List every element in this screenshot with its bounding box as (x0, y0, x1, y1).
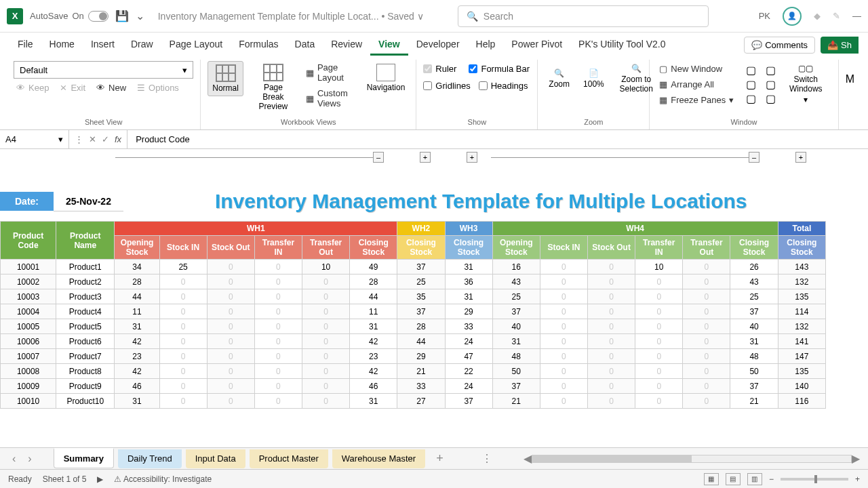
cell[interactable]: 0 (540, 364, 587, 379)
gridlines-checkbox[interactable]: Gridlines (423, 81, 470, 91)
cell[interactable]: 0 (254, 319, 302, 334)
cell[interactable]: 0 (207, 289, 254, 304)
table-row[interactable]: 10008Product842000042212250000050135 (1, 364, 826, 379)
cell[interactable]: Product6 (56, 334, 115, 349)
save-icon[interactable]: 💾 (115, 9, 129, 22)
col-sub[interactable]: Closing Stock (730, 236, 778, 260)
table-row[interactable]: 10009Product946000046332437000037140 (1, 379, 826, 394)
cell[interactable]: 43 (492, 274, 540, 289)
cell[interactable]: 10003 (1, 289, 56, 304)
page-layout-view-icon[interactable]: ▤ (726, 473, 741, 485)
cell[interactable]: 25 (159, 260, 207, 274)
cell[interactable]: 11 (115, 304, 159, 319)
cell[interactable]: 0 (254, 274, 302, 289)
cell[interactable]: 0 (159, 319, 207, 334)
cell[interactable]: 0 (540, 334, 587, 349)
horizontal-scrollbar[interactable]: ◀ ▶ (524, 454, 860, 464)
cell[interactable]: 47 (445, 349, 492, 364)
cell[interactable]: 0 (159, 334, 207, 349)
cell[interactable]: 0 (683, 260, 730, 274)
split-icon[interactable]: ▢ (746, 64, 756, 77)
cell[interactable]: 0 (254, 364, 302, 379)
normal-view-button[interactable]: Normal (208, 61, 243, 96)
cell[interactable]: 0 (159, 349, 207, 364)
comments-button[interactable]: 💬 Comments (744, 37, 815, 54)
table-row[interactable]: 10002Product228000028253643000043132 (1, 274, 826, 289)
custom-views-button[interactable]: ▦ Custom Views (303, 87, 357, 110)
col-sub[interactable]: Opening Stock (115, 236, 159, 260)
diamond-icon[interactable]: ◆ (814, 11, 821, 21)
cell[interactable]: 31 (730, 334, 778, 349)
cell[interactable]: 0 (207, 379, 254, 394)
cell[interactable]: 0 (588, 274, 635, 289)
col-sub[interactable]: Transfer IN (254, 236, 302, 260)
minimize-icon[interactable]: — (852, 11, 861, 21)
cell[interactable]: 25 (730, 289, 778, 304)
ribbon-tab-file[interactable]: File (9, 35, 41, 56)
formula-bar-checkbox[interactable]: Formula Bar (469, 64, 530, 74)
cell[interactable]: Product8 (56, 364, 115, 379)
ribbon-tab-insert[interactable]: Insert (83, 35, 123, 56)
cell[interactable]: 0 (302, 274, 350, 289)
outline-collapse-button[interactable]: – (373, 152, 384, 163)
accessibility-status[interactable]: ⚠ Accessibility: Investigate (114, 474, 212, 484)
cell[interactable]: 31 (445, 260, 492, 274)
ribbon-tab-help[interactable]: Help (468, 35, 504, 56)
cell[interactable]: 25 (492, 289, 540, 304)
cell[interactable]: 10008 (1, 364, 56, 379)
cell[interactable]: 0 (683, 364, 730, 379)
col-group-wh3[interactable]: WH3 (445, 222, 492, 236)
cell[interactable]: 31 (115, 319, 159, 334)
cell[interactable]: 46 (115, 379, 159, 394)
cell[interactable]: 0 (302, 304, 350, 319)
sheet-tab-summary[interactable]: Summary (54, 448, 114, 468)
ribbon-tab-page-layout[interactable]: Page Layout (161, 35, 231, 56)
keep-button[interactable]: 👁 Keep (14, 81, 52, 94)
table-row[interactable]: 10003Product344000044353125000025135 (1, 289, 826, 304)
cell[interactable]: Product1 (56, 260, 115, 274)
cell[interactable]: 0 (159, 364, 207, 379)
cell[interactable]: 23 (115, 349, 159, 364)
cell[interactable]: 0 (540, 319, 587, 334)
cell[interactable]: 0 (540, 260, 587, 274)
cell[interactable]: 0 (540, 274, 587, 289)
col-sub[interactable]: Closing Stock (350, 236, 397, 260)
ribbon-tab-developer[interactable]: Developer (408, 35, 468, 56)
cell[interactable]: 35 (397, 289, 445, 304)
cell[interactable]: 0 (159, 379, 207, 394)
add-sheet-button[interactable]: + (429, 451, 450, 466)
cell[interactable]: 37 (492, 304, 540, 319)
cell[interactable]: 28 (115, 274, 159, 289)
col-sub[interactable]: Transfer IN (635, 236, 683, 260)
cell[interactable]: 0 (207, 349, 254, 364)
cell[interactable]: 49 (350, 260, 397, 274)
outline-expand-button[interactable]: + (420, 152, 431, 163)
cell[interactable]: 10002 (1, 274, 56, 289)
cell[interactable]: 0 (302, 334, 350, 349)
cell[interactable]: 0 (683, 319, 730, 334)
table-row[interactable]: 10010Product1031000031273721000021116 (1, 394, 826, 409)
cell[interactable]: 24 (445, 379, 492, 394)
cell[interactable]: 135 (778, 364, 825, 379)
cell[interactable]: 0 (635, 289, 683, 304)
cell[interactable]: 44 (115, 289, 159, 304)
cell[interactable]: 28 (397, 319, 445, 334)
cell[interactable]: 48 (492, 349, 540, 364)
document-title[interactable]: Inventory Management Template for Multip… (158, 11, 424, 22)
col-sub[interactable]: Stock IN (540, 236, 587, 260)
cell[interactable]: 0 (683, 289, 730, 304)
cell[interactable]: Product3 (56, 289, 115, 304)
cell[interactable]: 0 (635, 304, 683, 319)
col-sub[interactable]: Closing Stock (778, 236, 825, 260)
user-avatar[interactable]: 👤 (783, 7, 802, 26)
cell[interactable]: 0 (683, 379, 730, 394)
cell[interactable]: 10009 (1, 379, 56, 394)
cell[interactable]: 0 (302, 379, 350, 394)
arrange-all-button[interactable]: ▦ Arrange All (656, 78, 736, 91)
table-row[interactable]: 10004Product411000011372937000037114 (1, 304, 826, 319)
cell[interactable]: 0 (207, 304, 254, 319)
cell[interactable]: 0 (588, 349, 635, 364)
cell[interactable]: 10001 (1, 260, 56, 274)
next-sheet-button[interactable]: › (24, 453, 35, 465)
sheet-tab-input-data[interactable]: Input Data (186, 449, 245, 468)
